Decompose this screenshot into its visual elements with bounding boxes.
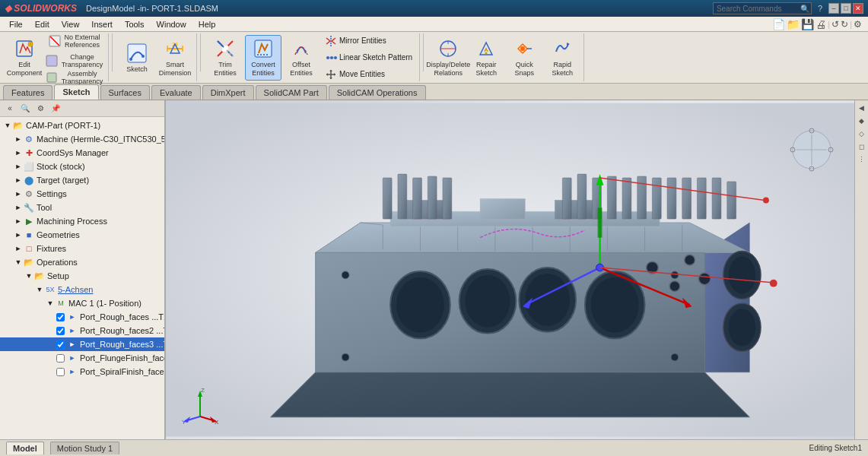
tree-item-fixtures[interactable]: ► □ Fixtures [0, 242, 164, 255]
tab-sketch[interactable]: Sketch [54, 84, 98, 100]
change-transparency-button[interactable]: Change Transparency [44, 52, 105, 70]
menu-file[interactable]: File [3, 18, 29, 30]
sketch-icon [126, 43, 148, 64]
menu-help[interactable]: Help [192, 18, 222, 30]
tree-item-port-spiral[interactable]: ► Port_SpiralFinish_faces3 ...T2 [0, 365, 164, 378]
rt-btn-3[interactable]: ◻ [856, 141, 868, 153]
port-rough1-check[interactable] [56, 313, 65, 321]
tab-surfaces[interactable]: Surfaces [100, 85, 150, 100]
tree-item-cam-part[interactable]: ▼ 📂 CAM-Part (PORT-1) [0, 119, 164, 132]
port-flunge-icon: ► [66, 352, 78, 364]
tree-item-operations[interactable]: ▼ 📂 Operations [0, 255, 164, 269]
tree-item-settings[interactable]: ► ⚙ Settings [0, 187, 164, 201]
port-rough2-check[interactable] [56, 327, 65, 335]
tab-solidcam-part[interactable]: SolidCAM Part [256, 85, 327, 100]
svg-point-45 [342, 271, 349, 279]
menu-edit[interactable]: Edit [29, 18, 56, 30]
toolbar-group-entities: TrimEntities ConvertEntities OffsetEntit… [204, 33, 420, 81]
toolbar-icon-options[interactable]: ⚙ [854, 19, 862, 30]
statusbar-tab-motion[interactable]: Motion Study 1 [50, 442, 119, 454]
tab-features[interactable]: Features [3, 85, 52, 100]
tab-dimxpert[interactable]: DimXpert [202, 85, 254, 100]
rapid-sketch-button[interactable]: RapidSketch [544, 35, 580, 81]
assembly-transparency-icon [46, 71, 58, 84]
smart-dimension-button[interactable]: 24 SmartDimension [157, 35, 193, 81]
toolbar-icon-save[interactable]: 💾 [801, 18, 814, 30]
linear-sketch-button[interactable]: Linear Sketch Pattern [321, 50, 416, 65]
toolbar-icon-undo[interactable]: ↺ [831, 19, 839, 30]
menu-tools[interactable]: Tools [119, 18, 151, 30]
svg-point-98 [763, 198, 769, 204]
tree-item-5achsen[interactable]: ▼ 5X 5-Achsen [0, 283, 164, 296]
tree-collapse-btn[interactable]: « [3, 102, 17, 116]
geometries-icon: ■ [23, 229, 35, 241]
statusbar-tab-model[interactable]: Model [6, 442, 44, 454]
tree-item-machine[interactable]: ► ⚙ Machine (Hermle-C30_ITNC530_5X_TZeng… [0, 132, 164, 146]
sw-triad [789, 127, 835, 174]
minimize-button[interactable]: – [828, 3, 839, 14]
edit-component-button[interactable]: EditComponent [6, 35, 43, 81]
tree-content: ▼ 📂 CAM-Part (PORT-1) ► ⚙ Machine (Herml… [0, 117, 164, 439]
port-rough3-check[interactable] [56, 340, 65, 349]
close-button[interactable]: ✕ [853, 3, 863, 14]
rt-btn-1[interactable]: ◆ [856, 115, 868, 127]
tree-settings-btn[interactable]: ⚙ [33, 102, 47, 116]
viewport[interactable]: ⇨ + - ◫ ■ ⎯ ⋮ ⚙ ◻ [166, 100, 854, 439]
repair-sketch-button[interactable]: RepairSketch [468, 35, 504, 81]
tree-item-target[interactable]: ► ⬤ Target (target) [0, 173, 164, 187]
toolbar-icon-redo[interactable]: ↻ [841, 19, 848, 30]
status-bar: Model Motion Study 1 Editing Sketch1 [0, 439, 868, 456]
tree-pin-btn[interactable]: 📌 [49, 102, 62, 116]
tree-item-port-rough3[interactable]: ► Port_Rough_faces3 ...T1 [0, 337, 164, 351]
tree-item-tool[interactable]: ► 🔧 Tool [0, 201, 164, 214]
tree-item-port-rough2[interactable]: ► Port_Rough_faces2 ...T1 [0, 324, 164, 337]
move-entities-button[interactable]: Move Entities [321, 67, 416, 82]
mirror-entities-button[interactable]: Mirror Entities [321, 33, 416, 49]
target-icon: ⬤ [23, 174, 35, 186]
rt-btn-2[interactable]: ◇ [856, 128, 868, 140]
rt-btn-4[interactable]: ⋮ [856, 154, 868, 166]
svg-point-47 [342, 353, 349, 361]
tree-filter-btn[interactable]: 🔍 [18, 102, 32, 116]
search-input[interactable] [713, 2, 812, 14]
tab-solidcam-operations[interactable]: SolidCAM Operations [329, 85, 426, 100]
mirror-entities-label: Mirror Entities [339, 36, 386, 45]
port-flunge-check[interactable] [56, 354, 65, 363]
tree-item-stock[interactable]: ► ⬜ Stock (stock) [0, 160, 164, 173]
convert-entities-button[interactable]: ConvertEntities [245, 35, 281, 81]
port-spiral-check[interactable] [56, 368, 65, 376]
offset-entities-button[interactable]: OffsetEntities [283, 35, 320, 81]
repair-sketch-icon [475, 38, 497, 59]
tab-evaluate[interactable]: Evaluate [151, 85, 201, 100]
menu-view[interactable]: View [56, 18, 86, 30]
menu-window[interactable]: Window [151, 18, 192, 30]
rt-expand-btn[interactable]: ◀ [856, 102, 868, 114]
tree-item-geometries[interactable]: ► ■ Geometries [0, 228, 164, 242]
maximize-button[interactable]: □ [841, 3, 851, 14]
toolbar-icon-print[interactable]: 🖨 [816, 18, 826, 30]
display-delete-button[interactable]: Display/DeleteRelations [430, 35, 466, 81]
menu-insert[interactable]: Insert [85, 18, 119, 30]
trim-entities-button[interactable]: TrimEntities [207, 35, 243, 81]
toolbar-icon-new[interactable]: 📄 [772, 18, 785, 30]
operations-icon: 📂 [23, 256, 35, 268]
no-external-button[interactable]: No ExternalReferences [44, 32, 105, 50]
tree-item-port-rough1[interactable]: ► Port_Rough_faces ...T1 [0, 310, 164, 324]
tree-item-coordsys[interactable]: ► ✚ CoordSys Manager [0, 146, 164, 160]
settings-icon: ⚙ [23, 188, 35, 200]
svg-rect-72 [622, 178, 631, 219]
help-icon[interactable]: ? [818, 4, 822, 13]
assembly-transparency-button[interactable]: Assembly Transparency [44, 71, 105, 84]
offset-entities-icon [291, 38, 312, 59]
tree-item-port-flunge[interactable]: ► Port_FlungeFinish_faces2 ...T2 [0, 351, 164, 365]
tree-item-machining[interactable]: ► ▶ Machining Process [0, 214, 164, 228]
sketch-button[interactable]: Sketch [119, 35, 155, 81]
port-rough1-icon: ► [66, 311, 78, 323]
toolbar-icon-open[interactable]: 📁 [787, 18, 800, 30]
quick-snaps-button[interactable]: QuickSnaps [506, 35, 542, 81]
port-rough2-icon: ► [66, 325, 78, 337]
svg-rect-75 [667, 178, 676, 219]
fixtures-icon: □ [23, 242, 35, 255]
tree-item-mac1[interactable]: ▼ M MAC 1 (1- Position) [0, 296, 164, 310]
tree-item-setup[interactable]: ▼ 📂 Setup [0, 269, 164, 283]
